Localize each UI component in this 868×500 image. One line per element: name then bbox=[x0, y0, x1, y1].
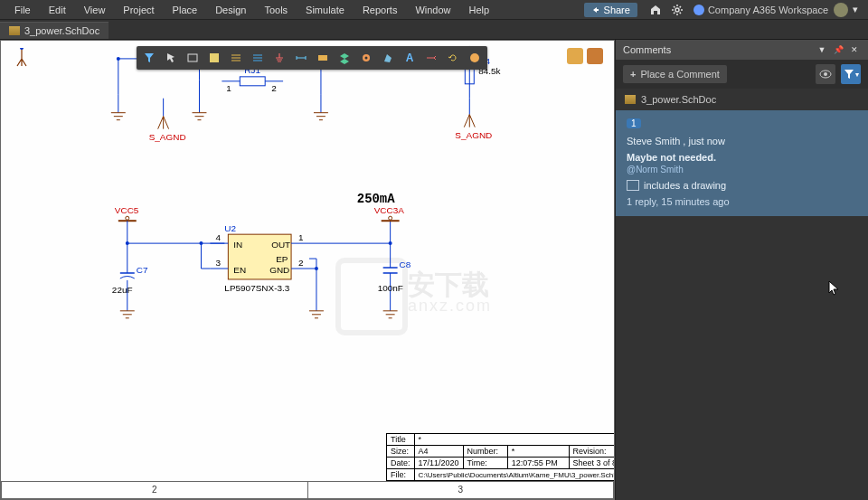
svg-text:VCC5: VCC5 bbox=[115, 205, 139, 215]
schematic-doc-icon bbox=[625, 95, 636, 104]
comment-group-label: 3_power.SchDoc bbox=[641, 94, 716, 105]
active-bar: A bbox=[137, 46, 487, 70]
collaborator-avatars bbox=[567, 48, 603, 64]
tool-poly[interactable] bbox=[381, 51, 395, 65]
comment-group-header[interactable]: 3_power.SchDoc bbox=[616, 89, 868, 110]
mouse-cursor bbox=[828, 280, 839, 297]
svg-point-62 bbox=[199, 241, 203, 245]
schematic-canvas[interactable]: A 安下载 anxz.com 1 2 RJ1 bbox=[0, 40, 615, 500]
menu-place[interactable]: Place bbox=[164, 2, 207, 18]
svg-text:250mA: 250mA bbox=[357, 192, 395, 206]
title-block: Title** * * Size:A4Number:*Revision:2 Da… bbox=[386, 433, 614, 481]
svg-rect-4 bbox=[318, 55, 327, 61]
tool-filter[interactable] bbox=[142, 51, 156, 65]
plus-icon: + bbox=[630, 69, 636, 80]
tool-layer[interactable] bbox=[337, 51, 352, 65]
svg-point-6 bbox=[365, 57, 368, 60]
drawing-icon bbox=[627, 180, 639, 191]
comments-header: Comments ▼ 📌 ✕ bbox=[616, 40, 868, 60]
tool-rect[interactable] bbox=[185, 51, 200, 65]
svg-point-67 bbox=[315, 267, 318, 270]
panel-close-icon[interactable]: ✕ bbox=[848, 43, 861, 56]
filter-button[interactable]: ▾ bbox=[841, 64, 861, 84]
ground-symbol-corner bbox=[8, 48, 35, 75]
menu-design[interactable]: Design bbox=[206, 2, 255, 18]
comment-author: Steve Smith , just now bbox=[627, 136, 857, 146]
panel-dropdown-icon[interactable]: ▼ bbox=[816, 43, 828, 56]
comments-title: Comments bbox=[623, 44, 812, 55]
svg-rect-3 bbox=[210, 53, 219, 62]
tool-via[interactable] bbox=[359, 51, 373, 65]
schematic-drawing: 1 2 RJ1 S_AGND R4 84.5k S_AGND 250mA bbox=[1, 41, 614, 499]
menu-file[interactable]: File bbox=[5, 2, 40, 18]
visibility-toggle[interactable] bbox=[816, 64, 835, 84]
svg-point-1 bbox=[20, 48, 24, 50]
svg-text:1: 1 bbox=[226, 83, 231, 93]
svg-text:C7: C7 bbox=[137, 265, 148, 275]
place-comment-button[interactable]: + Place a Comment bbox=[623, 65, 727, 83]
svg-text:VCC3A: VCC3A bbox=[374, 205, 405, 215]
user-avatar[interactable] bbox=[834, 3, 848, 17]
comment-message: Maybe not needed. bbox=[627, 152, 857, 163]
panel-pin-icon[interactable]: 📌 bbox=[832, 43, 844, 56]
comment-mention: @Norm Smith bbox=[627, 165, 857, 175]
tool-sheet[interactable] bbox=[207, 51, 222, 65]
share-label: Share bbox=[604, 5, 630, 15]
svg-text:C8: C8 bbox=[400, 259, 411, 269]
menu-window[interactable]: Window bbox=[406, 2, 459, 18]
svg-text:GND: GND bbox=[269, 265, 289, 275]
avatar-user1[interactable] bbox=[567, 48, 583, 64]
svg-point-71 bbox=[389, 216, 392, 220]
tool-pin[interactable] bbox=[424, 51, 439, 65]
tool-dimension[interactable] bbox=[294, 51, 308, 65]
menu-tools[interactable]: Tools bbox=[255, 2, 297, 18]
svg-text:4: 4 bbox=[215, 232, 221, 242]
svg-text:3: 3 bbox=[215, 258, 221, 268]
place-comment-label: Place a Comment bbox=[640, 69, 719, 80]
tool-port[interactable] bbox=[316, 51, 330, 65]
share-button[interactable]: Share bbox=[584, 3, 637, 17]
tool-fill[interactable] bbox=[467, 51, 482, 65]
ruler-zone-3: 3 bbox=[308, 481, 615, 499]
tool-gnd[interactable] bbox=[272, 51, 287, 65]
svg-point-81 bbox=[824, 72, 827, 76]
svg-point-29 bbox=[117, 57, 120, 61]
svg-text:IN: IN bbox=[233, 240, 242, 250]
svg-rect-2 bbox=[188, 54, 197, 61]
svg-text:EN: EN bbox=[233, 265, 246, 275]
svg-point-0 bbox=[675, 8, 679, 12]
workspace-selector[interactable]: Company A365 Workspace bbox=[693, 5, 828, 15]
svg-rect-12 bbox=[240, 77, 265, 86]
svg-text:1: 1 bbox=[298, 232, 304, 242]
menu-bar: File Edit View Project Place Design Tool… bbox=[0, 0, 868, 20]
workspace-icon bbox=[693, 5, 704, 15]
tab-schematic[interactable]: 3_power.SchDoc bbox=[0, 22, 108, 39]
home-icon[interactable] bbox=[648, 3, 663, 17]
svg-text:OUT: OUT bbox=[271, 240, 290, 250]
tool-text[interactable]: A bbox=[402, 51, 417, 65]
comment-badge: 1 bbox=[627, 118, 641, 128]
menu-edit[interactable]: Edit bbox=[40, 2, 75, 18]
tab-label: 3_power.SchDoc bbox=[24, 25, 99, 36]
menu-project[interactable]: Project bbox=[114, 2, 163, 18]
svg-text:S_AGND: S_AGND bbox=[455, 130, 492, 140]
drawing-label: includes a drawing bbox=[644, 180, 726, 191]
gear-icon[interactable] bbox=[670, 3, 684, 17]
tool-cursor[interactable] bbox=[164, 51, 178, 65]
menu-reports[interactable]: Reports bbox=[354, 2, 407, 18]
menu-help[interactable]: Help bbox=[460, 2, 499, 18]
tool-rotate[interactable] bbox=[446, 51, 460, 65]
avatar-user2[interactable] bbox=[587, 48, 603, 64]
document-tabs: 3_power.SchDoc bbox=[0, 20, 868, 40]
tool-bus[interactable] bbox=[229, 51, 243, 65]
workspace-label: Company A365 Workspace bbox=[708, 5, 828, 15]
menu-simulate[interactable]: Simulate bbox=[297, 2, 354, 18]
svg-point-34 bbox=[126, 216, 129, 220]
svg-text:S_AGND: S_AGND bbox=[149, 132, 186, 142]
svg-text:EP: EP bbox=[276, 254, 288, 264]
tool-net[interactable] bbox=[250, 51, 265, 65]
chevron-down-icon[interactable]: ▾ bbox=[848, 3, 863, 17]
menu-view[interactable]: View bbox=[75, 2, 115, 18]
comment-item[interactable]: 1 Steve Smith , just now Maybe not neede… bbox=[616, 110, 868, 216]
svg-text:22uF: 22uF bbox=[112, 285, 133, 295]
